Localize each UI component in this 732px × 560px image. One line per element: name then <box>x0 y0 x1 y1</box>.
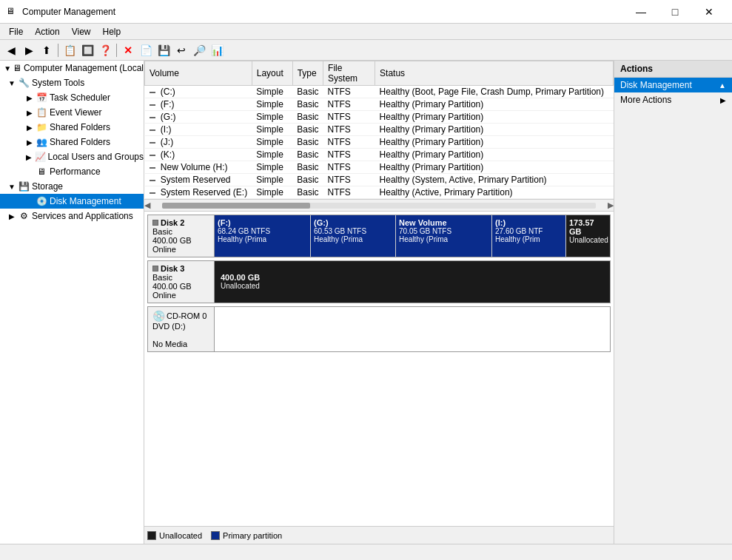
table-row[interactable]: New Volume (H:) Simple Basic NTFS Health… <box>145 161 614 174</box>
disk2-i-label: (I:) <box>495 218 563 227</box>
disk3-status: Online <box>152 291 209 300</box>
local-users-expand-icon[interactable]: ▶ <box>24 138 36 146</box>
sidebar-item-event-viewer[interactable]: ▶ 📋 Event Viewer <box>0 105 144 120</box>
table-row[interactable]: (C:) Simple Basic NTFS Healthy (Boot, Pa… <box>145 86 614 98</box>
system-tools-label: System Tools <box>32 78 84 88</box>
disk-visual-area[interactable]: Disk 2 Basic 400.00 GB Online (F:) 68.24… <box>144 211 614 526</box>
cell-layout: Simple <box>252 136 292 149</box>
cell-fs: NTFS <box>323 124 375 136</box>
help-button[interactable]: ❓ <box>97 42 113 58</box>
horizontal-scrollbar[interactable]: ◀ ▶ <box>144 199 614 211</box>
table-row[interactable]: System Reserved Simple Basic NTFS Health… <box>145 174 614 186</box>
menu-file[interactable]: File <box>3 25 29 38</box>
close-button[interactable]: ✕ <box>692 0 726 24</box>
disk2-partition-f[interactable]: (F:) 68.24 GB NTFS Healthy (Prima <box>215 215 311 257</box>
cell-volume: (G:) <box>145 111 252 124</box>
table-row[interactable]: (I:) Simple Basic NTFS Healthy (Primary … <box>145 124 614 136</box>
disk3-unallocated[interactable]: 400.00 GB Unallocated <box>215 261 610 303</box>
sidebar-item-device-manager[interactable]: ▶ 🖥 Performance <box>0 164 144 179</box>
col-volume[interactable]: Volume <box>145 61 252 86</box>
menu-help[interactable]: Help <box>97 25 127 38</box>
cell-fs: NTFS <box>323 98 375 111</box>
menu-action[interactable]: Action <box>29 25 65 38</box>
disk2-g-size: 60.53 GB NTFS <box>314 227 392 235</box>
save-button[interactable]: 💾 <box>155 42 172 58</box>
legend-unallocated: Unallocated <box>147 531 202 540</box>
up-button[interactable]: ⬆ <box>38 42 55 58</box>
legend-unalloc-label: Unallocated <box>159 531 202 540</box>
status-bar <box>0 544 732 560</box>
export-button[interactable]: ✕ <box>120 42 136 58</box>
disk2-partitions: (F:) 68.24 GB NTFS Healthy (Prima (G:) 6… <box>215 215 610 257</box>
properties-button[interactable]: 🔲 <box>79 42 95 58</box>
chart-button[interactable]: 📊 <box>209 42 225 58</box>
performance-expand-icon[interactable]: ▶ <box>24 153 35 161</box>
system-tools-expand-icon[interactable]: ▼ <box>6 79 18 87</box>
storage-expand-icon[interactable]: ▼ <box>6 183 18 191</box>
disk3-indicator <box>152 266 158 271</box>
search-button[interactable]: 🔎 <box>191 42 207 58</box>
cell-volume: (C:) <box>145 86 252 98</box>
scroll-track[interactable] <box>162 203 596 209</box>
col-status[interactable]: Status <box>375 61 614 86</box>
shared-folders-expand-icon[interactable]: ▶ <box>24 124 36 132</box>
back-button[interactable]: ◀ <box>3 42 19 58</box>
col-filesystem[interactable]: File System <box>323 61 375 86</box>
cell-status: Healthy (Primary Partition) <box>375 98 614 111</box>
scroll-thumb[interactable] <box>162 203 310 209</box>
cdrom-empty <box>215 307 610 351</box>
disk-mgmt-icon: 💿 <box>36 195 47 207</box>
col-layout[interactable]: Layout <box>252 61 292 86</box>
services-icon: ⚙ <box>18 210 30 222</box>
col-type[interactable]: Type <box>292 61 323 86</box>
maximize-button[interactable]: □ <box>658 0 692 24</box>
new-button[interactable]: 📄 <box>138 42 154 58</box>
volume-table-container[interactable]: Volume Layout Type File System Status (C… <box>144 61 614 199</box>
menu-view[interactable]: View <box>66 25 97 38</box>
cell-type: Basic <box>292 186 323 199</box>
disk2-newvol-label: New Volume <box>399 218 488 227</box>
sidebar-item-system-tools[interactable]: ▼ 🔧 System Tools <box>0 75 144 90</box>
table-row[interactable]: (K:) Simple Basic NTFS Healthy (Primary … <box>145 149 614 161</box>
services-expand-icon[interactable]: ▶ <box>6 212 18 220</box>
sidebar-item-storage[interactable]: ▼ 💾 Storage <box>0 179 144 194</box>
scroll-right-btn[interactable]: ▶ <box>608 200 614 210</box>
event-viewer-label: Event Viewer <box>50 107 101 118</box>
cdrom-icon: 💿 <box>152 310 165 322</box>
minimize-button[interactable]: — <box>624 0 658 24</box>
cell-type: Basic <box>292 161 323 174</box>
sidebar-item-performance[interactable]: ▶ 📈 Local Users and Groups <box>0 149 144 164</box>
disk2-g-label: (G:) <box>314 218 392 227</box>
table-row[interactable]: (F:) Simple Basic NTFS Healthy (Primary … <box>145 98 614 111</box>
sidebar-item-local-users[interactable]: ▶ 👥 Shared Folders <box>0 135 144 149</box>
task-scheduler-expand-icon[interactable]: ▶ <box>24 94 36 102</box>
disk2-unallocated[interactable]: 173.57 GB Unallocated <box>566 215 610 257</box>
legend-primary-label: Primary partition <box>223 531 282 540</box>
tree-panel[interactable]: ▼ 🖥 Computer Management (Local ▼ 🔧 Syste… <box>0 61 144 544</box>
sidebar-item-shared-folders[interactable]: ▶ 📁 Shared Folders <box>0 120 144 135</box>
sidebar-item-disk-management[interactable]: ▶ 💿 Disk Management <box>0 194 144 209</box>
cell-fs: NTFS <box>323 149 375 161</box>
tree-root[interactable]: ▼ 🖥 Computer Management (Local <box>0 61 144 75</box>
vol-indicator <box>150 104 155 106</box>
disk2-partition-newvol[interactable]: New Volume 70.05 GB NTFS Healthy (Prima <box>396 215 492 257</box>
action-disk-management[interactable]: Disk Management ▲ <box>614 78 732 92</box>
shared-folders-label: Shared Folders <box>50 122 110 132</box>
scroll-left-btn[interactable]: ◀ <box>144 200 150 210</box>
show-hide-button[interactable]: 📋 <box>61 42 78 58</box>
refresh-button[interactable]: ↩ <box>173 42 189 58</box>
disk3-info: Disk 3 Basic 400.00 GB Online <box>148 261 215 303</box>
sidebar-item-task-scheduler[interactable]: ▶ 📅 Task Scheduler <box>0 90 144 105</box>
table-row[interactable]: (J:) Simple Basic NTFS Healthy (Primary … <box>145 136 614 149</box>
event-viewer-expand-icon[interactable]: ▶ <box>24 109 36 117</box>
table-row[interactable]: (G:) Simple Basic NTFS Healthy (Primary … <box>145 111 614 124</box>
vol-indicator <box>150 117 155 118</box>
sidebar-item-services[interactable]: ▶ ⚙ Services and Applications <box>0 209 144 223</box>
action-more[interactable]: More Actions ▶ <box>614 92 732 107</box>
cell-status: Healthy (Primary Partition) <box>375 161 614 174</box>
table-row[interactable]: System Reserved (E:) Simple Basic NTFS H… <box>145 186 614 199</box>
root-expand-icon[interactable]: ▼ <box>3 64 12 72</box>
disk2-partition-g[interactable]: (G:) 60.53 GB NTFS Healthy (Prima <box>311 215 396 257</box>
forward-button[interactable]: ▶ <box>21 42 37 58</box>
disk2-partition-i[interactable]: (I:) 27.60 GB NTF Healthy (Prim <box>492 215 566 257</box>
